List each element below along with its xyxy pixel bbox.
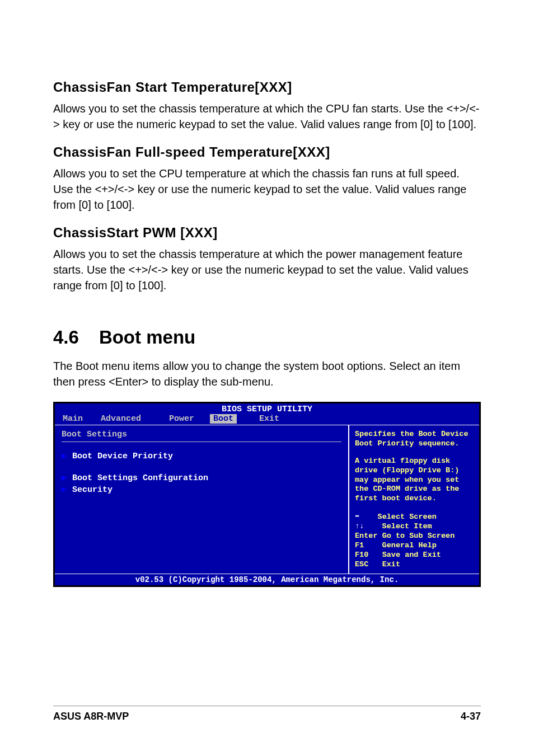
- tab-power[interactable]: Power: [163, 414, 210, 424]
- key-label: Select Item: [382, 522, 432, 530]
- submenu-arrow-icon: ▶: [62, 485, 67, 495]
- body-chassisfan-start-temp: Allows you to set the chassis temperatur…: [53, 101, 481, 132]
- bios-boot-settings-heading: Boot Settings: [62, 430, 341, 439]
- item-boot-device-priority[interactable]: ▶Boot Device Priority: [62, 450, 341, 462]
- bios-copyright: v02.53 (C)Copyright 1985-2004, American …: [55, 574, 479, 585]
- section-4-6-heading: 4.6Boot menu: [53, 327, 481, 348]
- bios-help-1: Specifies the Boot Device Boot Priority …: [355, 430, 476, 449]
- key-name: F10: [355, 551, 368, 559]
- section-number: 4.6: [53, 327, 79, 348]
- key-label: Exit: [382, 560, 400, 569]
- bios-title: BIOS SETUP UTILITY: [222, 405, 312, 414]
- tab-boot[interactable]: Boot: [210, 414, 237, 424]
- heading-chassisfan-fullspeed-temp: ChassisFan Full-speed Temperature[XXX]: [53, 144, 481, 160]
- footer-page-number: 4-37: [461, 711, 481, 722]
- key-label: Save and Exit: [382, 551, 441, 559]
- item-security[interactable]: ▶Security: [62, 483, 341, 495]
- tab-main[interactable]: Main: [63, 414, 95, 424]
- key-label: General Help: [382, 541, 437, 550]
- bios-help-2: A virtual floppy disk drive (Floppy Driv…: [355, 457, 476, 504]
- key-name: Enter: [355, 532, 378, 540]
- item-boot-settings-configuration[interactable]: ▶Boot Settings Configuration: [62, 472, 341, 483]
- footer-product-name: ASUS A8R-MVP: [53, 711, 129, 722]
- bios-divider: [62, 442, 341, 442]
- left-right-arrows-icon: ⬌: [355, 513, 359, 521]
- body-chassisstart-pwm: Allows you to set the chassis temperatur…: [53, 246, 481, 293]
- body-chassisfan-fullspeed-temp: Allows you to set the CPU temperature at…: [53, 166, 481, 213]
- page-footer: ASUS A8R-MVP 4-37: [53, 706, 481, 722]
- bios-screenshot: BIOS SETUP UTILITY Main Advanced Power B…: [53, 402, 481, 587]
- section-4-6-intro: The Boot menu items allow you to change …: [53, 358, 481, 389]
- key-name: ESC: [355, 560, 368, 569]
- key-name: F1: [355, 541, 364, 550]
- submenu-arrow-icon: ▶: [62, 452, 67, 461]
- submenu-arrow-icon: ▶: [62, 473, 67, 483]
- tab-advanced[interactable]: Advanced: [95, 414, 163, 424]
- key-label: Go to Sub Screen: [382, 532, 455, 540]
- item-label: Security: [72, 485, 113, 495]
- heading-chassisstart-pwm: ChassisStart PWM [XXX]: [53, 225, 481, 241]
- item-label: Boot Device Priority: [72, 452, 173, 461]
- key-label: Select Screen: [378, 513, 437, 521]
- bios-body: Boot Settings ▶Boot Device Priority ▶Boo…: [55, 425, 479, 574]
- bios-left-pane: Boot Settings ▶Boot Device Priority ▶Boo…: [55, 425, 349, 574]
- item-label: Boot Settings Configuration: [72, 473, 208, 483]
- bios-tabs: Main Advanced Power Boot Exit: [55, 414, 479, 425]
- bios-key-hints: ⬌ Select Screen ↑↓ Select Item Enter Go …: [355, 513, 476, 569]
- bios-right-pane: Specifies the Boot Device Boot Priority …: [349, 425, 479, 574]
- heading-chassisfan-start-temp: ChassisFan Start Temperature[XXX]: [53, 79, 481, 95]
- section-title: Boot menu: [99, 327, 195, 348]
- up-down-arrows-icon: ↑↓: [355, 522, 364, 530]
- bios-title-bar: BIOS SETUP UTILITY: [55, 403, 479, 414]
- tab-exit[interactable]: Exit: [237, 414, 285, 424]
